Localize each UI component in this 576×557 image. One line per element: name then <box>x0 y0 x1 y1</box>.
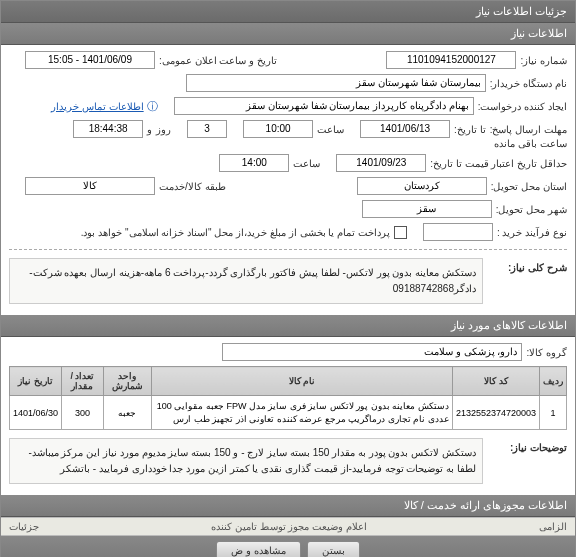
field-category: کالا <box>25 177 155 195</box>
lbl-announce-dt: تاریخ و ساعت اعلان عمومی: <box>159 55 277 66</box>
info-icon: ⓘ <box>147 99 158 114</box>
field-need-no: 1101094152000127 <box>386 51 516 69</box>
close-button[interactable]: بستن <box>307 541 360 557</box>
col-mandatory: الزامی <box>539 521 567 532</box>
cell-unit: جعبه <box>103 396 151 430</box>
field-deadline-days: 3 <box>187 120 227 138</box>
lbl-pay-note: پرداخت تمام یا بخشی از مبلغ خرید،از محل … <box>81 227 390 238</box>
cell-idx: 1 <box>540 396 567 430</box>
field-province: کردستان <box>357 177 487 195</box>
col-unit: واحد شمارش <box>103 367 151 396</box>
field-city: سقز <box>362 200 492 218</box>
field-deadline-date: 1401/06/13 <box>360 120 450 138</box>
main-desc-text: دستکش معاینه بدون پور لاتکس- لطفا پیش فا… <box>9 258 483 304</box>
extra-desc-text: دستکش لاتکس بدون پودر به مقدار 150 بسته … <box>9 438 483 484</box>
col-announce: اعلام وضیعت مجوز توسط تامین کننده <box>39 521 539 532</box>
section-header-goods: اطلاعات کالاهای مورد نیاز <box>1 315 575 337</box>
attach-button[interactable]: مشاهده و ض <box>216 541 301 557</box>
cell-qty: 300 <box>62 396 104 430</box>
bottom-bar: بستن مشاهده و ض <box>1 536 575 557</box>
lbl-goods-group: گروه کالا: <box>526 347 567 358</box>
section-header-info: اطلاعات نیاز <box>1 23 575 45</box>
col-idx: ردیف <box>540 367 567 396</box>
col-date: تاریخ نیاز <box>10 367 62 396</box>
lbl-deadline: مهلت ارسال پاسخ: <box>490 124 567 135</box>
lbl-creator: ایجاد کننده درخواست: <box>478 101 567 112</box>
lbl-remain: ساعت باقی مانده <box>494 138 567 149</box>
lbl-province: استان محل تحویل: <box>491 181 567 192</box>
lbl-ptype: نوع فرآیند خرید : <box>497 227 567 238</box>
field-deadline-remain: 18:44:38 <box>73 120 143 138</box>
items-table: ردیف کد کالا نام کالا واحد شمارش تعداد /… <box>9 366 567 430</box>
lbl-time-1: ساعت <box>317 124 344 135</box>
page-title: جزئیات اطلاعات نیاز <box>1 1 575 23</box>
lbl-category: طبقه کالا/خدمت <box>159 181 226 192</box>
field-creator: بهنام دادگرپناه کارپرداز بیمارستان شفا ش… <box>174 97 474 115</box>
lbl-time-2: ساعت <box>293 158 320 169</box>
pay-checkbox[interactable] <box>394 226 407 239</box>
field-valid-date: 1401/09/23 <box>336 154 426 172</box>
col-name: نام کالا <box>151 367 452 396</box>
col-qty: تعداد / مقدار <box>62 367 104 396</box>
field-ptype <box>423 223 493 241</box>
lbl-need-no: شماره نیاز: <box>520 55 567 66</box>
field-buyer: بیمارستان شفا شهرستان سقز <box>186 74 486 92</box>
section-header-permits: اطلاعات مجوزهای ارائه خدمت / کالا <box>1 495 575 517</box>
cell-code: 2132552374720003 <box>452 396 539 430</box>
lbl-valid-date: حداقل تاریخ اعتبار قیمت تا تاریخ: <box>430 158 567 169</box>
permits-subheader: الزامی اعلام وضیعت مجوز توسط تامین کننده… <box>1 517 575 536</box>
lbl-city: شهر محل تحویل: <box>496 204 567 215</box>
field-valid-time: 14:00 <box>219 154 289 172</box>
field-announce-dt: 1401/06/09 - 15:05 <box>25 51 155 69</box>
buyer-contact-link[interactable]: اطلاعات تماس خریدار <box>51 101 144 112</box>
col-details: جزئیات <box>9 521 39 532</box>
field-deadline-time: 10:00 <box>243 120 313 138</box>
field-goods-group: دارو، پزشکی و سلامت <box>222 343 522 361</box>
lbl-and: و <box>147 124 152 135</box>
lbl-to-date: تا تاریخ: <box>454 124 486 135</box>
cell-name: دستکش معاینه بدون پور لاتکس سایز فری سای… <box>151 396 452 430</box>
lbl-extra-desc: توضیحات نیاز: <box>487 438 567 453</box>
cell-date: 1401/06/30 <box>10 396 62 430</box>
lbl-buyer: نام دستگاه خریدار: <box>490 78 567 89</box>
table-row[interactable]: 1 2132552374720003 دستکش معاینه بدون پور… <box>10 396 567 430</box>
lbl-day: روز <box>156 124 171 135</box>
lbl-main-desc: شرح کلی نیاز: <box>487 258 567 273</box>
col-code: کد کالا <box>452 367 539 396</box>
